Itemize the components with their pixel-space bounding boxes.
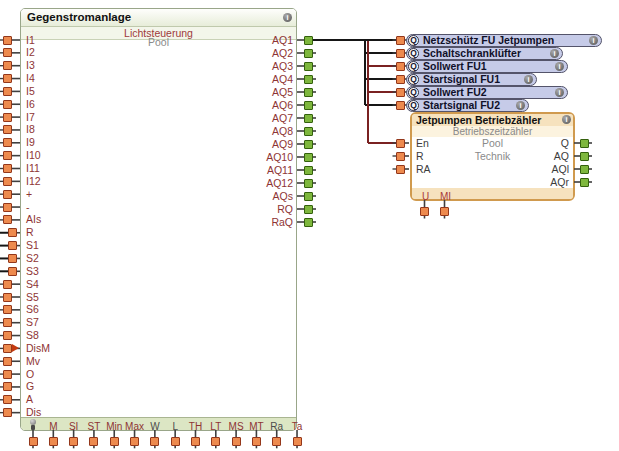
input-port-S6[interactable]	[3, 305, 12, 314]
input-port-G[interactable]	[3, 382, 12, 391]
counter-output-port-Q[interactable]	[580, 139, 589, 148]
input-port-S2[interactable]	[8, 254, 17, 263]
info-icon[interactable]: i	[524, 75, 533, 84]
bottom-port-ST[interactable]	[89, 437, 98, 446]
input-port--[interactable]	[3, 203, 12, 212]
input-port-S7[interactable]	[3, 318, 12, 327]
output-label-RQ: RQ	[200, 204, 293, 215]
connector-label: Sollwert FU2	[423, 86, 487, 98]
output-port-AQ8[interactable]	[304, 127, 313, 136]
output-port-AQ1[interactable]	[304, 36, 313, 45]
input-port-I8[interactable]	[3, 125, 12, 134]
bottom-port-M[interactable]	[49, 437, 58, 446]
output-port-AQs[interactable]	[304, 192, 313, 201]
counter-output-port-AQl[interactable]	[580, 165, 589, 174]
info-icon[interactable]: i	[555, 62, 564, 71]
counter-output-port-AQr[interactable]	[580, 178, 589, 187]
output-label-AQ9: AQ9	[200, 139, 293, 150]
input-label-A: A	[26, 394, 33, 405]
counter-bottom-port-MI[interactable]	[440, 207, 449, 216]
output-connector-block[interactable]: QStartsignal FU2i	[406, 99, 529, 112]
output-port-AQ11[interactable]	[304, 166, 313, 175]
output-port-AQ3[interactable]	[304, 62, 313, 71]
bottom-port-Max[interactable]	[130, 437, 139, 446]
input-port-I4[interactable]	[3, 74, 12, 83]
bottom-port-Ra[interactable]	[272, 437, 281, 446]
bottom-port-LT[interactable]	[211, 437, 220, 446]
info-icon[interactable]: i	[516, 101, 525, 110]
q-port-badge: Q	[408, 100, 419, 111]
counter-bottom-port-U[interactable]	[420, 207, 429, 216]
info-icon[interactable]: i	[550, 49, 559, 58]
output-port-AQ5[interactable]	[304, 88, 313, 97]
q-port-badge: Q	[408, 74, 419, 85]
input-port-O[interactable]	[3, 370, 12, 379]
input-port-I2[interactable]	[3, 48, 12, 57]
output-connector-block[interactable]: QNetzschütz FU Jetpumpeni	[406, 34, 602, 47]
bottom-port-TH[interactable]	[191, 437, 200, 446]
input-label-Mv: Mv	[26, 356, 40, 367]
q-port-badge: Q	[408, 87, 419, 98]
counter-input-label-RA: RA	[416, 164, 431, 175]
input-label-I9: I9	[26, 137, 35, 148]
info-icon[interactable]: i	[555, 88, 564, 97]
output-label-AQs: AQs	[200, 191, 293, 202]
input-port-I7[interactable]	[3, 113, 12, 122]
connector-input-port[interactable]	[396, 49, 405, 58]
counter-input-port-En[interactable]	[396, 139, 405, 148]
input-port-I5[interactable]	[3, 87, 12, 96]
output-port-RaQ[interactable]	[304, 218, 313, 227]
connector-input-port[interactable]	[396, 75, 405, 84]
input-port-I10[interactable]	[3, 151, 12, 160]
input-port-I6[interactable]	[3, 100, 12, 109]
input-port-AIs[interactable]	[3, 215, 12, 224]
input-port-S8[interactable]	[3, 331, 12, 340]
output-port-AQ6[interactable]	[304, 101, 313, 110]
output-port-AQ12[interactable]	[304, 179, 313, 188]
output-port-AQ4[interactable]	[304, 75, 313, 84]
input-port-S1[interactable]	[8, 241, 17, 250]
input-label-AIs: AIs	[26, 214, 41, 225]
input-port-R[interactable]	[8, 228, 17, 237]
bottom-port-MS[interactable]	[232, 437, 241, 446]
counter-output-port-AQ[interactable]	[580, 152, 589, 161]
info-icon[interactable]: i	[589, 36, 598, 45]
input-port-+[interactable]	[3, 190, 12, 199]
output-connector-block[interactable]: QSchaltschranklüfteri	[406, 47, 563, 60]
bottom-port-L[interactable]	[171, 437, 180, 446]
input-port-S3[interactable]	[8, 267, 17, 276]
input-port-I9[interactable]	[3, 138, 12, 147]
bottom-port-W[interactable]	[150, 437, 159, 446]
output-port-AQ2[interactable]	[304, 49, 313, 58]
input-port-A[interactable]	[3, 395, 12, 404]
output-port-RQ[interactable]	[304, 205, 313, 214]
output-port-AQ10[interactable]	[304, 153, 313, 162]
input-port-I1[interactable]	[3, 36, 12, 45]
input-port-Dis[interactable]	[3, 408, 12, 417]
counter-input-port-R[interactable]	[396, 152, 405, 161]
counter-bottom-label-U: U	[418, 191, 434, 202]
output-connector-block[interactable]: QSollwert FU1i	[406, 60, 568, 73]
input-port-Mv[interactable]	[3, 357, 12, 366]
output-connector-block[interactable]: QSollwert FU2i	[406, 86, 568, 99]
output-port-AQ7[interactable]	[304, 114, 313, 123]
bottom-port-Min[interactable]	[110, 437, 119, 446]
input-port-I12[interactable]	[3, 177, 12, 186]
bottom-port-SI[interactable]	[69, 437, 78, 446]
input-port-S5[interactable]	[3, 293, 12, 302]
bottom-port-Ta[interactable]	[293, 437, 302, 446]
connector-input-port[interactable]	[396, 62, 405, 71]
input-port-DisM[interactable]	[3, 344, 12, 353]
bottom-port-MT[interactable]	[252, 437, 261, 446]
bottom-port-bulb[interactable]	[29, 437, 38, 446]
connector-input-port[interactable]	[396, 101, 405, 110]
connector-input-port[interactable]	[396, 88, 405, 97]
input-port-S4[interactable]	[3, 280, 12, 289]
input-port-I11[interactable]	[3, 164, 12, 173]
output-port-AQ9[interactable]	[304, 140, 313, 149]
input-port-I3[interactable]	[3, 61, 12, 70]
counter-input-port-RA[interactable]	[396, 165, 405, 174]
output-label-AQ3: AQ3	[200, 61, 293, 72]
connector-input-port[interactable]	[396, 36, 405, 45]
output-connector-block[interactable]: QStartsignal FU1i	[406, 73, 537, 86]
